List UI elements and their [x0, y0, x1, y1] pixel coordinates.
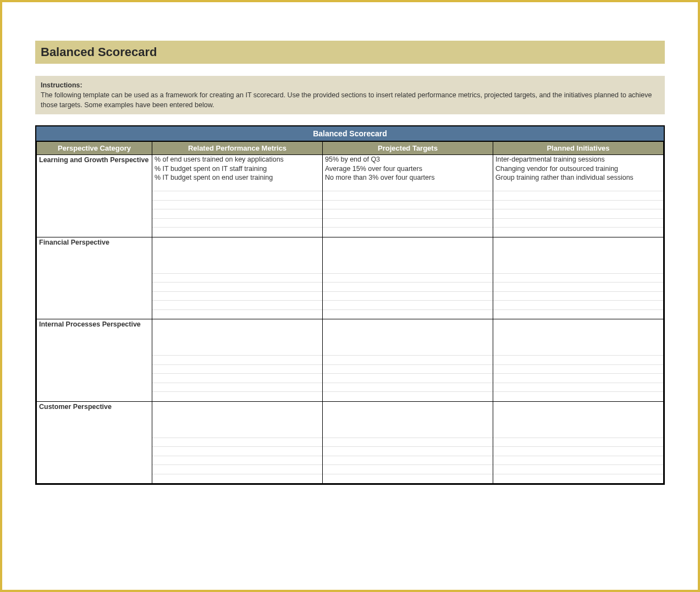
cell-line[interactable]: [152, 456, 322, 466]
cell-line[interactable]: [323, 392, 493, 401]
cell-line[interactable]: [323, 182, 493, 192]
cell-line[interactable]: [493, 365, 663, 374]
cell-line[interactable]: [323, 228, 493, 237]
cell-line[interactable]: [493, 429, 663, 438]
cell-line[interactable]: [152, 219, 322, 228]
cell-line[interactable]: % IT budget spent on end user training: [152, 173, 322, 182]
cell-line[interactable]: [152, 274, 322, 283]
cell-line[interactable]: [152, 209, 322, 219]
metrics-cell[interactable]: % of end users trained on key applicatio…: [152, 155, 323, 237]
cell-line[interactable]: [152, 329, 322, 338]
cell-line[interactable]: [493, 292, 663, 301]
cell-line[interactable]: [493, 274, 663, 283]
initiatives-cell[interactable]: [493, 237, 664, 319]
cell-line[interactable]: [323, 301, 493, 310]
targets-cell[interactable]: [323, 319, 493, 402]
cell-line[interactable]: [493, 319, 663, 329]
cell-line[interactable]: [152, 338, 322, 347]
cell-line[interactable]: [323, 256, 493, 265]
cell-line[interactable]: [152, 402, 322, 411]
cell-line[interactable]: [152, 191, 322, 201]
cell-line[interactable]: [493, 310, 663, 319]
cell-line[interactable]: No more than 3% over four quarters: [323, 173, 493, 182]
cell-line[interactable]: [323, 456, 493, 466]
cell-line[interactable]: [493, 465, 663, 474]
cell-line[interactable]: [152, 474, 322, 484]
cell-line[interactable]: [493, 420, 663, 429]
cell-line[interactable]: [152, 429, 322, 438]
cell-line[interactable]: [152, 201, 322, 210]
cell-line[interactable]: % of end users trained on key applicatio…: [152, 155, 322, 164]
cell-line[interactable]: [493, 209, 663, 219]
cell-line[interactable]: Group training rather than individual se…: [493, 173, 663, 182]
cell-line[interactable]: [493, 237, 663, 247]
cell-line[interactable]: [493, 456, 663, 466]
cell-line[interactable]: [493, 182, 663, 192]
cell-line[interactable]: [152, 228, 322, 237]
cell-line[interactable]: [493, 374, 663, 383]
cell-line[interactable]: [152, 383, 322, 392]
cell-line[interactable]: [323, 383, 493, 392]
cell-line[interactable]: [323, 420, 493, 429]
cell-line[interactable]: [323, 283, 493, 292]
cell-line[interactable]: [152, 356, 322, 365]
cell-line[interactable]: [323, 246, 493, 256]
metrics-cell[interactable]: [152, 319, 323, 402]
cell-line[interactable]: [152, 264, 322, 274]
cell-line[interactable]: [323, 402, 493, 411]
cell-line[interactable]: [323, 219, 493, 228]
cell-line[interactable]: [152, 237, 322, 247]
initiatives-cell[interactable]: [493, 319, 664, 402]
cell-line[interactable]: [152, 292, 322, 301]
targets-cell[interactable]: [323, 401, 493, 484]
cell-line[interactable]: [323, 329, 493, 338]
cell-line[interactable]: Average 15% over four quarters: [323, 164, 493, 174]
cell-line[interactable]: [323, 365, 493, 374]
cell-line[interactable]: [493, 283, 663, 292]
cell-line[interactable]: [493, 264, 663, 274]
cell-line[interactable]: [493, 329, 663, 338]
cell-line[interactable]: [323, 429, 493, 438]
cell-line[interactable]: [493, 438, 663, 447]
cell-line[interactable]: [152, 438, 322, 447]
cell-line[interactable]: [323, 201, 493, 210]
cell-line[interactable]: [493, 347, 663, 356]
cell-line[interactable]: [493, 256, 663, 265]
cell-line[interactable]: [493, 338, 663, 347]
cell-line[interactable]: [323, 465, 493, 474]
cell-line[interactable]: 95% by end of Q3: [323, 155, 493, 164]
targets-cell[interactable]: 95% by end of Q3Average 15% over four qu…: [323, 155, 493, 237]
metrics-cell[interactable]: [152, 401, 323, 484]
cell-line[interactable]: [323, 347, 493, 356]
cell-line[interactable]: [323, 209, 493, 219]
cell-line[interactable]: [493, 402, 663, 411]
cell-line[interactable]: [493, 383, 663, 392]
cell-line[interactable]: [152, 319, 322, 329]
cell-line[interactable]: [152, 392, 322, 401]
cell-line[interactable]: [323, 474, 493, 484]
cell-line[interactable]: [323, 264, 493, 274]
cell-line[interactable]: [493, 392, 663, 401]
cell-line[interactable]: [493, 228, 663, 237]
cell-line[interactable]: [152, 256, 322, 265]
cell-line[interactable]: [493, 219, 663, 228]
cell-line[interactable]: [152, 310, 322, 319]
cell-line[interactable]: [152, 447, 322, 456]
cell-line[interactable]: [152, 411, 322, 420]
cell-line[interactable]: [493, 191, 663, 201]
cell-line[interactable]: [152, 182, 322, 192]
cell-line[interactable]: [152, 301, 322, 310]
cell-line[interactable]: [323, 310, 493, 319]
cell-line[interactable]: [152, 347, 322, 356]
initiatives-cell[interactable]: Inter-departmental training sessionsChan…: [493, 155, 664, 237]
cell-line[interactable]: Changing vendor for outsourced training: [493, 164, 663, 174]
cell-line[interactable]: [493, 447, 663, 456]
cell-line[interactable]: % IT budget spent on IT staff training: [152, 164, 322, 174]
cell-line[interactable]: Inter-departmental training sessions: [493, 155, 663, 164]
metrics-cell[interactable]: [152, 237, 323, 319]
cell-line[interactable]: [323, 292, 493, 301]
cell-line[interactable]: [323, 374, 493, 383]
cell-line[interactable]: [152, 420, 322, 429]
cell-line[interactable]: [493, 356, 663, 365]
cell-line[interactable]: [323, 338, 493, 347]
